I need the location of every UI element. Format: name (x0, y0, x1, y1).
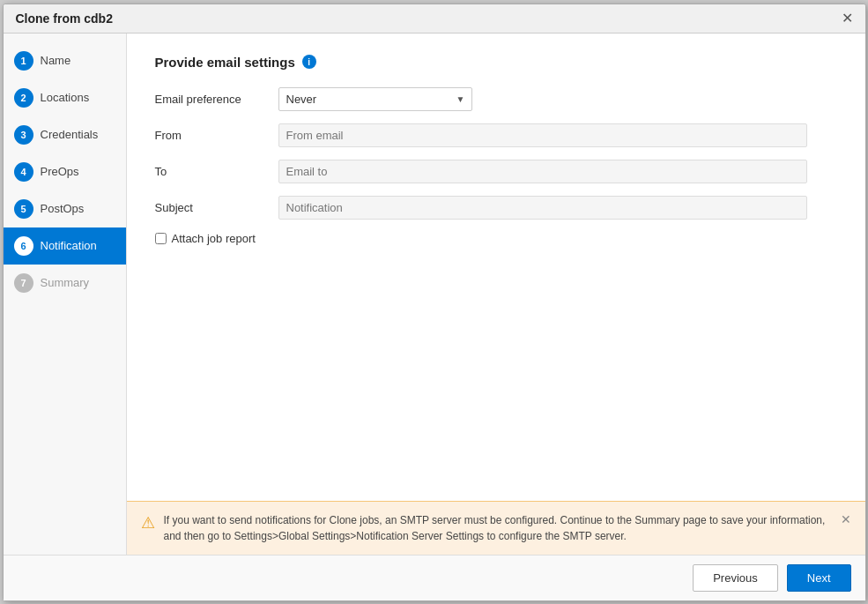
from-label: From (155, 129, 278, 142)
close-button[interactable]: ✕ (842, 11, 853, 26)
from-input[interactable] (278, 123, 807, 147)
sidebar-label-name: Name (41, 54, 71, 67)
subject-input[interactable] (278, 196, 807, 220)
email-preference-select[interactable]: Never On Failure On Success Always (278, 87, 472, 111)
previous-button[interactable]: Previous (693, 564, 778, 592)
to-label: To (155, 165, 278, 178)
dialog-footer: Previous Next (4, 555, 865, 600)
step-badge-5: 5 (14, 199, 33, 219)
warning-text: If you want to send notifications for Cl… (164, 512, 832, 544)
sidebar-label-summary: Summary (41, 276, 90, 289)
subject-control (278, 196, 807, 220)
main-content: Provide email settings i Email preferenc… (127, 34, 865, 555)
step-badge-4: 4 (14, 162, 33, 182)
section-title: Provide email settings i (155, 55, 837, 70)
to-input[interactable] (278, 160, 807, 183)
to-row: To (155, 160, 837, 183)
content-area: Provide email settings i Email preferenc… (127, 34, 865, 501)
dialog-title: Clone from cdb2 (16, 11, 113, 26)
sidebar-item-notification[interactable]: 6 Notification (4, 227, 126, 265)
attach-job-report-row: Attach job report (155, 232, 837, 245)
warning-close-button[interactable]: ✕ (841, 512, 851, 526)
warning-banner: ⚠ If you want to send notifications for … (127, 501, 865, 555)
step-badge-3: 3 (14, 125, 33, 145)
from-control (278, 123, 807, 147)
sidebar-item-name[interactable]: 1 Name (4, 42, 126, 79)
step-badge-1: 1 (14, 51, 33, 71)
sidebar-label-locations: Locations (41, 91, 90, 104)
next-button[interactable]: Next (787, 564, 851, 592)
email-preference-control: Never On Failure On Success Always ▼ (278, 87, 807, 111)
attach-job-report-label: Attach job report (172, 232, 256, 245)
sidebar-label-credentials: Credentials (41, 128, 99, 141)
warning-icon: ⚠ (141, 513, 155, 533)
step-badge-7: 7 (14, 273, 33, 293)
sidebar-item-credentials[interactable]: 3 Credentials (4, 116, 126, 153)
sidebar-item-postops[interactable]: 5 PostOps (4, 190, 126, 227)
sidebar-label-preops: PreOps (41, 165, 79, 178)
step-badge-6: 6 (14, 236, 33, 256)
sidebar-label-postops: PostOps (41, 202, 85, 215)
clone-dialog: Clone from cdb2 ✕ 1 Name 2 Locations 3 C… (3, 4, 866, 601)
sidebar-label-notification: Notification (41, 239, 97, 252)
dialog-header: Clone from cdb2 ✕ (4, 4, 865, 34)
sidebar-item-summary[interactable]: 7 Summary (4, 265, 126, 302)
subject-label: Subject (155, 201, 278, 214)
to-control (278, 160, 807, 183)
attach-job-report-checkbox[interactable] (155, 233, 167, 244)
sidebar-item-locations[interactable]: 2 Locations (4, 79, 126, 116)
email-preference-select-wrapper: Never On Failure On Success Always ▼ (278, 87, 472, 111)
subject-row: Subject (155, 196, 837, 220)
step-badge-2: 2 (14, 88, 33, 108)
dialog-body: 1 Name 2 Locations 3 Credentials 4 PreOp… (4, 34, 865, 555)
sidebar: 1 Name 2 Locations 3 Credentials 4 PreOp… (4, 34, 127, 555)
section-title-text: Provide email settings (155, 55, 295, 70)
sidebar-item-preops[interactable]: 4 PreOps (4, 153, 126, 190)
info-icon[interactable]: i (302, 55, 316, 69)
email-preference-row: Email preference Never On Failure On Suc… (155, 87, 837, 111)
email-preference-label: Email preference (155, 93, 278, 106)
from-row: From (155, 123, 837, 147)
